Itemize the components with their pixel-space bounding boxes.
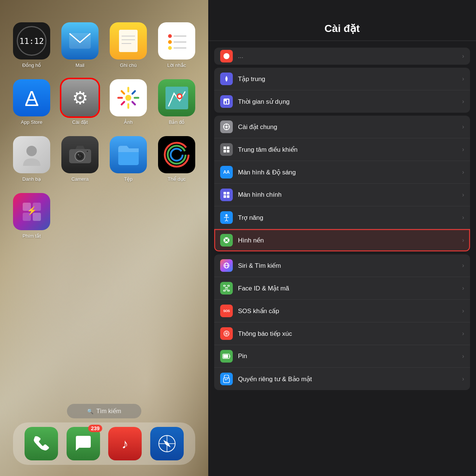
sos-icon: SOS [220,305,233,317]
general-label: Cài đặt chung [238,123,459,131]
dock-messages[interactable]: 239 [67,427,100,460]
svg-line-19 [122,91,124,94]
app-reminders[interactable]: Lời nhắc [156,22,197,68]
svg-point-14 [125,95,131,101]
siri-svg [223,262,230,269]
app-maps[interactable]: Bản đồ [156,79,197,125]
svg-point-78 [226,333,227,334]
contacts-svg [22,143,42,167]
settings-row-sos[interactable]: SOS SOS khẩn cấp › [214,300,470,322]
svg-line-22 [132,91,135,94]
privacy-chevron: › [462,376,464,382]
app-fitness[interactable]: Thể dục [156,136,197,182]
settings-row-siri[interactable]: Siri & Tìm kiếm › [214,254,470,277]
display-label: Màn hình & Độ sáng [238,168,459,176]
settings-list: ... › Tập trung › [208,41,476,476]
fitness-svg [164,142,190,168]
wallpaper-svg [223,237,230,244]
settings-row-exposure[interactable]: Thông báo tiếp xúc › [214,322,470,345]
app-notes[interactable]: Ghi chú [108,22,149,68]
faceid-svg [223,284,230,292]
settings-row-focus[interactable]: Tập trung › [214,68,470,90]
svg-line-20 [132,102,135,104]
accessibility-label: Trợ năng [238,214,459,222]
safari-svg [158,434,176,453]
general-svg [223,123,230,131]
dock-phone[interactable] [25,427,58,460]
partial-chevron: › [462,53,464,60]
accessibility-svg [223,214,230,221]
battery-svg [222,354,231,359]
svg-rect-47 [223,99,229,104]
app-clock-label: Đồng hồ [22,62,41,68]
app-camera[interactable]: Camera [60,136,100,182]
reminders-svg [165,28,189,54]
left-panel: 11:12 Đồng hồ Mail [0,0,208,476]
app-photos[interactable]: Ảnh [108,79,149,125]
app-files[interactable]: Tệp [108,136,149,182]
settings-group-focus: Tập trung › Thời gian sử dụng › [214,68,470,113]
settings-row-accessibility[interactable]: Trợ năng › [214,206,470,229]
search-bar[interactable]: 🔍 Tìm kiếm [67,404,141,418]
app-mail[interactable]: Mail [60,22,100,68]
settings-icon: ⚙ [61,79,99,116]
svg-point-65 [225,239,228,241]
settings-row-partial[interactable]: ... › [214,48,470,65]
svg-point-73 [225,287,226,289]
privacy-label: Quyền riêng tư & Bảo mật [238,375,459,383]
settings-row-battery[interactable]: Pin › [214,345,470,368]
app-settings[interactable]: ⚙ Cài đặt [60,79,100,125]
focus-icon [220,73,233,85]
right-panel: Cài đặt ... › [208,0,476,476]
settings-row-privacy[interactable]: Quyền riêng tư & Bảo mật › [214,368,470,390]
camera-svg [68,145,92,165]
files-icon [110,136,147,173]
dock-safari[interactable] [150,427,184,460]
svg-rect-1 [119,30,138,52]
photos-svg [115,85,141,111]
settings-row-faceid[interactable]: Face ID & Mật mã › [214,277,470,300]
app-clock[interactable]: 11:12 Đồng hồ [11,22,52,68]
settings-row-screentime[interactable]: Thời gian sử dụng › [214,90,470,113]
dock-music[interactable]: ♪ [108,427,142,460]
partial-icon [220,50,233,62]
svg-rect-82 [223,378,229,383]
app-contacts[interactable]: Danh bạ [11,136,52,182]
search-icon: 🔍 [87,408,93,414]
control-label: Trung tâm điều khiển [238,146,459,154]
wallpaper-label: Hình nền [238,237,459,244]
maps-svg [165,86,189,110]
app-shortcuts[interactable]: ⚡ Phím tắt [11,193,52,239]
faceid-chevron: › [462,285,464,292]
control-chevron: › [462,146,464,153]
siri-label: Siri & Tìm kiếm [238,262,459,270]
display-chevron: › [462,169,464,176]
settings-row-general[interactable]: Cài đặt chung › [214,116,470,138]
svg-rect-60 [223,192,226,194]
homescreen-svg [223,191,230,199]
siri-chevron: › [462,262,464,269]
mail-envelope-svg [69,33,91,49]
settings-row-display[interactable]: AA Màn hình & Độ sáng › [214,161,470,184]
svg-rect-69 [223,285,225,286]
app-shortcuts-label: Phím tắt [22,233,41,239]
svg-rect-49 [227,100,228,104]
accessibility-chevron: › [462,214,464,221]
settings-row-wallpaper[interactable]: Hình nền › [214,229,470,251]
settings-group-top: ... › [214,48,470,65]
control-icon [220,143,233,156]
messages-svg [74,434,93,453]
app-reminders-label: Lời nhắc [167,62,186,68]
settings-row-control[interactable]: Trung tâm điều khiển › [214,138,470,161]
display-icon: AA [220,166,233,178]
svg-rect-33 [118,150,139,165]
home-screen: 11:12 Đồng hồ Mail [0,0,208,239]
files-svg [116,143,141,167]
svg-point-46 [223,53,229,59]
settings-header: Cài đặt [208,0,476,41]
app-notes-label: Ghi chú [120,62,137,68]
svg-point-25 [178,95,181,98]
settings-row-homescreen[interactable]: Màn hình chính › [214,184,470,206]
app-appstore[interactable]: A App Store [11,79,52,125]
contacts-icon [13,136,50,173]
